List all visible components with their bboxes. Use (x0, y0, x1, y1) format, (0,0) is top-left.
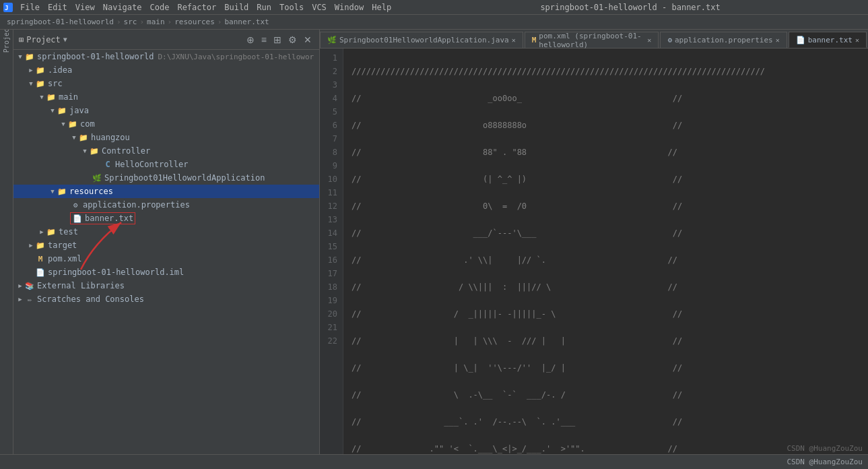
tree-item-controller[interactable]: ▼ 📁 Controller (13, 144, 319, 158)
tree-label: resources (69, 187, 113, 196)
tab-label: application.properties (675, 36, 773, 44)
tree-item-hellocontroller[interactable]: C HelloController (13, 158, 319, 171)
statusbar-right: CSDN @HuangZouZou (787, 458, 863, 466)
tab-close-btn[interactable]: ✕ (512, 36, 516, 44)
folder-icon: 📁 (24, 51, 35, 62)
sidebar-title-label: ⊞ Project ▼ (19, 35, 67, 44)
tab-label: Springboot01HelloworldApplication.java (339, 36, 509, 44)
menu-run[interactable]: Run (253, 1, 275, 13)
breadcrumb-src[interactable]: src (124, 18, 137, 26)
line-numbers: 1 2 3 4 5 6 7 8 9 10 11 12 13 14 15 16 1… (320, 49, 343, 454)
tree-item-huangzou[interactable]: ▼ 📁 huangzou (13, 131, 319, 144)
menu-code[interactable]: Code (146, 1, 174, 13)
tab-springbootapp[interactable]: 🌿 Springboot01HelloworldApplication.java… (320, 32, 523, 48)
menu-edit[interactable]: Edit (44, 1, 71, 13)
txt-icon: 📄 (72, 213, 83, 224)
code-line-13: // \ .-\__ `-` ___/-. / // (352, 388, 860, 402)
tree-item-idea[interactable]: ▶ 📁 .idea (13, 63, 319, 77)
code-line-3: // o8888888o // (352, 119, 860, 132)
tree-arrow: ▼ (38, 94, 46, 100)
folder-icon: 📁 (57, 186, 67, 197)
tree-item-java[interactable]: ▼ 📁 java (13, 104, 319, 117)
menu-build[interactable]: Build (220, 1, 253, 13)
tree-label: pom.xml (48, 254, 82, 263)
iml-icon: 📄 (35, 267, 46, 278)
tree-item-pomxml[interactable]: M pom.xml (13, 252, 319, 265)
tree-label: test (59, 227, 78, 237)
tree-label: HelloController (115, 160, 188, 169)
tree-item-src[interactable]: ▼ 📁 src (13, 77, 319, 90)
tree-arrow: ▼ (27, 80, 35, 87)
tree-item-appprops[interactable]: ⚙ application.properties (13, 198, 319, 212)
menu-view[interactable]: View (71, 1, 99, 13)
scratches-icon: ✏ (24, 294, 35, 305)
code-line-12: // | \_| ''\---/'' |_/ | // (352, 361, 860, 375)
tab-icon: ⚙ (667, 36, 672, 44)
properties-icon: ⚙ (70, 199, 81, 210)
breadcrumb: springboot-01-helloworld › src › main › … (0, 15, 868, 30)
sidebar-filter-btn[interactable]: ⊞ (271, 34, 283, 46)
tree-item-target[interactable]: ▶ 📁 target (13, 239, 319, 252)
tree-arrow: ▼ (16, 53, 24, 60)
breadcrumb-project[interactable]: springboot-01-helloworld (7, 18, 114, 26)
sidebar-collapse-btn[interactable]: ≡ (259, 34, 269, 46)
tab-appprops[interactable]: ⚙ application.properties ✕ (660, 32, 787, 48)
code-editor[interactable]: 1 2 3 4 5 6 7 8 9 10 11 12 13 14 15 16 1… (320, 49, 868, 454)
sidebar-settings-btn[interactable]: ⚙ (286, 34, 299, 46)
tree-label: .idea (48, 65, 72, 75)
tree-item-scratches[interactable]: ▶ ✏ Scratches and Consoles (13, 292, 319, 306)
breadcrumb-file[interactable]: banner.txt (224, 18, 269, 26)
tab-close-btn[interactable]: ✕ (647, 36, 651, 44)
breadcrumb-resources[interactable]: resources (174, 18, 215, 26)
project-sidebar: ⊞ Project ▼ ⊕ ≡ ⊞ ⚙ ✕ ▼ 📁 springboot-01-… (13, 30, 320, 454)
breadcrumb-main[interactable]: main (147, 18, 165, 26)
tree-label: Controller (102, 146, 150, 156)
menu-vcs[interactable]: VCS (308, 1, 331, 13)
tree-label: huangzou (91, 133, 130, 142)
window-title: springboot-01-helloworld - banner.txt (395, 3, 865, 12)
tree-item-springbootapp[interactable]: 🌿 Springboot01HelloworldApplication (13, 171, 319, 185)
tab-bannertxt[interactable]: 📄 banner.txt ✕ (789, 32, 867, 48)
tab-close-btn[interactable]: ✕ (855, 36, 859, 44)
code-line-10: // / _|||||- -|||||_- \ // (352, 307, 860, 321)
tree-item-resources[interactable]: ▼ 📁 resources (13, 185, 319, 198)
tree-label: application.properties (83, 200, 190, 210)
tree-arrow: ▼ (48, 107, 57, 114)
tree-item-main[interactable]: ▼ 📁 main (13, 90, 319, 104)
tab-label: pom.xml (springboot-01-helloworld) (539, 32, 644, 49)
tree-label: com (80, 119, 95, 129)
folder-icon: 📁 (89, 146, 100, 156)
menu-help[interactable]: Help (368, 1, 395, 13)
tree-label: banner.txt (85, 214, 133, 223)
tree-item-extlibs[interactable]: ▶ 📚 External Libraries (13, 279, 319, 292)
svg-text:J: J (5, 5, 8, 11)
code-line-8: // .' \\| |// `. // (352, 253, 860, 267)
editor-tabs: 🌿 Springboot01HelloworldApplication.java… (320, 30, 868, 49)
menu-file[interactable]: File (16, 1, 44, 13)
sidebar-close-btn[interactable]: ✕ (302, 34, 314, 46)
menu-refactor[interactable]: Refactor (173, 1, 220, 13)
tab-icon: 📄 (796, 36, 805, 44)
tree-item-com[interactable]: ▼ 📁 com (13, 117, 319, 131)
sidebar-add-btn[interactable]: ⊕ (244, 34, 257, 46)
folder-icon: 📁 (35, 78, 46, 89)
tree-item-test[interactable]: ▶ 📁 test (13, 225, 319, 239)
menu-window[interactable]: Window (331, 1, 368, 13)
side-bar-project[interactable]: Project (1, 32, 13, 44)
menu-navigate[interactable]: Navigate (99, 1, 146, 13)
tree-item-root[interactable]: ▼ 📁 springboot-01-helloworld D:\JXNU\Jav… (13, 50, 319, 63)
xml-icon: M (35, 253, 46, 264)
editor-area: 🌿 Springboot01HelloworldApplication.java… (320, 30, 868, 454)
tree-label: main (59, 92, 78, 102)
tree-path: D:\JXNU\Java\springboot-01-hellowor (158, 53, 314, 61)
tab-close-btn[interactable]: ✕ (776, 36, 780, 44)
project-tree: ▼ 📁 springboot-01-helloworld D:\JXNU\Jav… (13, 50, 319, 454)
sidebar-header: ⊞ Project ▼ ⊕ ≡ ⊞ ⚙ ✕ (13, 30, 319, 50)
menu-tools[interactable]: Tools (275, 1, 308, 13)
code-content: ////////////////////////////////////////… (343, 49, 868, 454)
tree-label: target (48, 241, 77, 250)
tree-arrow: ▼ (59, 121, 67, 127)
tree-item-iml[interactable]: 📄 springboot-01-helloworld.iml (13, 265, 319, 279)
tab-pomxml[interactable]: M pom.xml (springboot-01-helloworld) ✕ (525, 32, 659, 48)
tree-item-bannertxt[interactable]: 📄 banner.txt (13, 212, 319, 225)
